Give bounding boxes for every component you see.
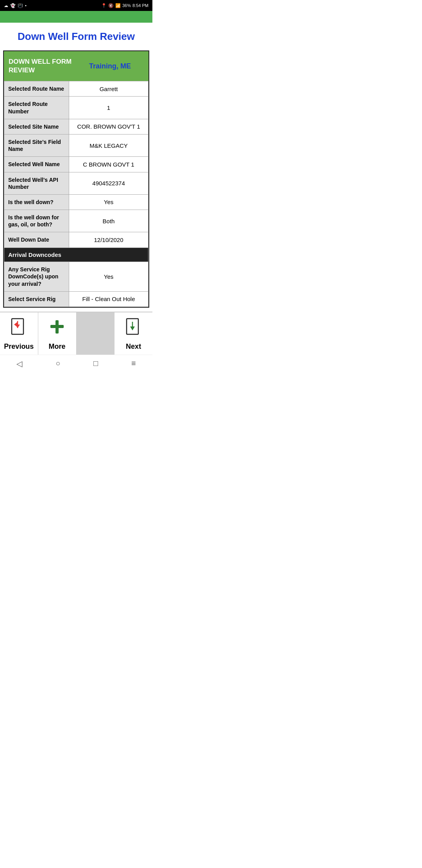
table-row: Selected Well NameC BROWN GOVT 1	[4, 157, 148, 172]
battery-text: 36%	[122, 3, 131, 8]
row-value: 12/10/2020	[69, 232, 148, 247]
svg-marker-3	[15, 325, 20, 328]
previous-button[interactable]: Previous	[0, 312, 38, 355]
table-row: Selected Well's API Number4904522374	[4, 172, 148, 194]
bottom-nav: Previous More Next	[0, 312, 152, 355]
row-value: C BROWN GOVT 1	[69, 157, 148, 172]
row-value: 1	[69, 97, 148, 119]
row-value: M&K LEGACY	[69, 134, 148, 156]
row-label: Is the well down?	[4, 194, 69, 210]
row-value: COR. BROWN GOV'T 1	[69, 119, 148, 134]
row-value: Both	[69, 210, 148, 232]
card-header-title: DOWN WELL FORM REVIEW	[9, 57, 76, 75]
row-value: Garrett	[69, 81, 148, 97]
svg-marker-8	[130, 326, 135, 330]
table-row: Selected Site NameCOR. BROWN GOV'T 1	[4, 119, 148, 134]
table-row: Is the well down?Yes	[4, 194, 148, 210]
time-display: 8:54 PM	[132, 3, 148, 8]
status-bar: ☁ 👻 📳 • 📍 🔇 📶 36% 8:54 PM	[0, 0, 152, 11]
form-card: DOWN WELL FORM REVIEW Training, ME Selec…	[3, 50, 149, 308]
row-label: Selected Site Name	[4, 119, 69, 134]
row-label: Selected Route Number	[4, 97, 69, 119]
location-icon: 📍	[101, 3, 107, 8]
dot-icon: •	[25, 3, 27, 8]
more-label: More	[49, 343, 66, 351]
card-header: DOWN WELL FORM REVIEW Training, ME	[4, 51, 148, 81]
next-icon	[125, 318, 142, 339]
next-label: Next	[126, 343, 141, 351]
row-value: Yes	[69, 194, 148, 210]
section-header-row: Arrival Downcodes	[4, 247, 148, 262]
form-table: Selected Route NameGarrettSelected Route…	[4, 81, 148, 307]
row-label: Selected Site's Field Name	[4, 134, 69, 156]
more-icon	[48, 318, 66, 339]
row-label: Selected Route Name	[4, 81, 69, 97]
previous-icon	[10, 318, 27, 339]
snapchat-icon: 👻	[10, 3, 16, 8]
table-row: Selected Route NameGarrett	[4, 81, 148, 97]
next-button[interactable]: Next	[114, 312, 152, 355]
row-label: Any Service Rig DownCode(s) upon your ar…	[4, 262, 69, 292]
app-header-bar	[0, 11, 152, 23]
row-value: 4904522374	[69, 172, 148, 194]
row-value: Yes	[69, 262, 148, 292]
android-nav-bar: ◁ ○ □ ≡	[0, 355, 152, 371]
table-row: Is the well down for gas, oil, or both?B…	[4, 210, 148, 232]
status-right-icons: 📍 🔇 📶 36% 8:54 PM	[101, 3, 148, 8]
voicemail-icon: 📳	[18, 3, 23, 8]
row-label: Selected Well Name	[4, 157, 69, 172]
row-label: Is the well down for gas, oil, or both?	[4, 210, 69, 232]
wifi-icon: 📶	[115, 3, 121, 8]
previous-label: Previous	[4, 343, 34, 351]
card-header-subtitle: Training, ME	[76, 62, 144, 70]
status-left-icons: ☁ 👻 📳 •	[4, 3, 27, 8]
table-row: Selected Site's Field NameM&K LEGACY	[4, 134, 148, 156]
more-button[interactable]: More	[38, 312, 77, 355]
android-menu-icon[interactable]: ≡	[131, 359, 136, 368]
table-row: Well Down Date12/10/2020	[4, 232, 148, 247]
row-label: Selected Well's API Number	[4, 172, 69, 194]
cloud-icon: ☁	[4, 3, 8, 8]
table-row: Select Service RigFill - Clean Out Hole	[4, 291, 148, 307]
android-recents-icon[interactable]: □	[93, 359, 98, 368]
android-home-icon[interactable]: ○	[55, 359, 60, 368]
table-row: Selected Route Number1	[4, 97, 148, 119]
page-title: Down Well Form Review	[0, 23, 152, 47]
svg-rect-5	[50, 325, 64, 328]
row-label: Select Service Rig	[4, 291, 69, 307]
blank-button	[77, 312, 115, 355]
mute-icon: 🔇	[108, 3, 114, 8]
table-row: Any Service Rig DownCode(s) upon your ar…	[4, 262, 148, 292]
android-back-icon[interactable]: ◁	[16, 359, 22, 368]
section-header-label: Arrival Downcodes	[4, 247, 148, 262]
row-label: Well Down Date	[4, 232, 69, 247]
row-value: Fill - Clean Out Hole	[69, 291, 148, 307]
